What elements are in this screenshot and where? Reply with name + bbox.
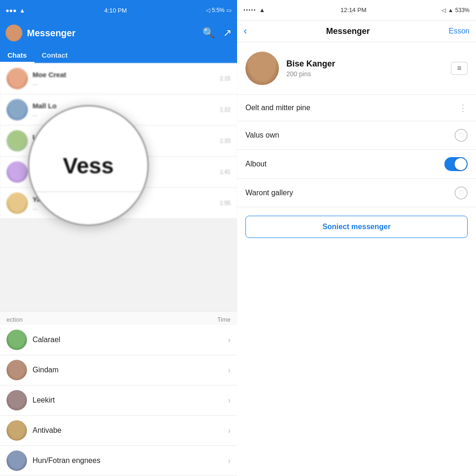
time-right: 12:14 PM — [341, 7, 367, 13]
profile-pins: 200 pins — [286, 70, 443, 78]
magnifier-text: Vess — [63, 153, 113, 178]
chat-name-2: Mall Lo — [33, 102, 215, 110]
settings-label-2: Valus own — [245, 131, 279, 139]
header-title-group: Messenger — [6, 25, 76, 41]
contact-avatar-4 — [7, 420, 27, 441]
section-label: ection — [7, 316, 23, 323]
chat-info-1: Moe Creat ... — [33, 71, 215, 86]
contact-name-3: Leekirt — [33, 396, 222, 404]
status-left-info: ●●● ▲ — [6, 7, 25, 14]
contact-avatar-3 — [7, 390, 27, 410]
tab-chats[interactable]: Chats — [0, 48, 34, 63]
status-right-info-left: ◁ 5:5% ▭ — [206, 7, 231, 13]
chat-time-5: 1:55 — [220, 200, 231, 206]
status-right-info-right: ◁ ▲ 533% — [442, 7, 469, 13]
settings-row-2[interactable]: Valus own ♡ — [237, 121, 476, 150]
chat-avatar-4 — [7, 161, 28, 183]
heart-icon-2: ♡ — [455, 129, 468, 142]
signal-icon: ●●● — [6, 7, 17, 14]
chat-time-1: 1:15 — [220, 75, 231, 82]
contact-item-4[interactable]: Antivabe › — [0, 416, 237, 446]
chat-item[interactable]: Moe Creat ... 1:15 — [0, 63, 237, 94]
avatar-header-left — [6, 25, 22, 41]
chat-avatar-1 — [7, 68, 28, 89]
magnifier-overlay: Vess — [28, 105, 149, 226]
chevron-icon-1: › — [228, 335, 231, 345]
action-button[interactable]: Soniect messenger — [245, 216, 468, 238]
back-button[interactable]: ‹ — [244, 25, 247, 37]
chat-avatar-2 — [7, 99, 28, 120]
avatar-face — [6, 25, 22, 41]
status-bar-right: ••••• ▲ 12:14 PM ◁ ▲ 533% — [237, 0, 476, 20]
chat-time-2: 1:22 — [220, 106, 231, 113]
app-title-left: Messenger — [27, 28, 76, 39]
chevron-icon-4: › — [228, 426, 231, 436]
settings-label-3: Albout — [245, 160, 266, 168]
three-dots-icon-1: ⋮ — [458, 102, 468, 113]
chat-avatar-3 — [7, 130, 28, 152]
battery-label-left: 5:5% — [212, 7, 225, 13]
contact-avatar-2 — [7, 360, 27, 380]
settings-right-2: ♡ — [455, 129, 468, 142]
settings-row-1[interactable]: Oelt and mitter pine ⋮ — [237, 95, 476, 121]
chevron-icon-3: › — [228, 396, 231, 405]
settings-label-4: Waront gallery — [245, 189, 293, 197]
profile-menu-button[interactable]: ≡ — [451, 62, 468, 75]
contact-item-3[interactable]: Leekirt › — [0, 385, 237, 416]
chat-name-1: Moe Creat — [33, 71, 215, 79]
magnifier-line — [29, 192, 147, 192]
search-icon-left[interactable]: 🔍 — [202, 27, 215, 39]
chat-time-3: 1:33 — [220, 138, 231, 144]
location-icon-left: ◁ — [206, 7, 210, 13]
app-title-right: Messenger — [326, 26, 370, 36]
chevron-icon-2: › — [228, 365, 231, 375]
settings-right-4: ♡ — [455, 186, 468, 199]
battery-icon-left: ▭ — [226, 7, 231, 13]
location-icon-right: ◁ — [442, 7, 446, 13]
profile-section: Bise Kanger 200 pins ≡ — [237, 42, 476, 95]
settings-label-1: Oelt and mitter pine — [245, 104, 311, 112]
bottom-section: ection Time Calarael › Gindam › Leekirt … — [0, 311, 237, 476]
status-bar-left: ●●● ▲ 4:10 PM ◁ 5:5% ▭ — [0, 0, 237, 20]
toggle-albout[interactable] — [444, 157, 468, 171]
settings-right-1: ⋮ — [458, 102, 468, 113]
contact-name-1: Calarael — [33, 336, 222, 344]
right-panel: ••••• ▲ 12:14 PM ◁ ▲ 533% ‹ Messenger Es… — [237, 0, 476, 476]
chevron-icon-5: › — [228, 456, 231, 466]
chat-preview-1: ... — [33, 79, 215, 86]
contact-item-5[interactable]: Hun/Fotran engnees › — [0, 446, 237, 476]
contact-item-2[interactable]: Gindam › — [0, 355, 237, 385]
settings-row-3[interactable]: Albout — [237, 150, 476, 179]
contact-name-5: Hun/Fotran engnees — [33, 456, 222, 465]
left-panel: ●●● ▲ 4:10 PM ◁ 5:5% ▭ Messenger 🔍 ↗ Cha… — [0, 0, 237, 476]
bottom-section-header: ection Time — [0, 311, 237, 325]
settings-right-3 — [444, 157, 468, 171]
compose-icon-left[interactable]: ↗ — [223, 27, 231, 39]
profile-name: Bise Kanger — [286, 59, 443, 69]
chat-list: Moe Creat ... 1:15 Mall Lo ... 1:22 Lifo… — [0, 63, 237, 311]
contact-name-4: Antivabe — [33, 426, 222, 435]
wifi-icon-left: ▲ — [20, 7, 26, 14]
contact-name-2: Gindam — [33, 366, 222, 374]
status-dots-group: ••••• ▲ — [244, 7, 265, 13]
heart-icon-4: ♡ — [455, 186, 468, 199]
contact-avatar-1 — [7, 330, 27, 350]
header-icons-left: 🔍 ↗ — [202, 27, 231, 39]
signal-icon-right: ▲ — [448, 7, 453, 13]
time-column-label: Time — [218, 316, 231, 323]
contact-avatar-5 — [7, 450, 27, 471]
wifi-icon-right: ▲ — [259, 7, 265, 13]
time-left: 4:10 PM — [104, 7, 126, 14]
action-label-right[interactable]: Esson — [449, 27, 469, 35]
signal-dots-right: ••••• — [244, 7, 257, 13]
profile-info: Bise Kanger 200 pins — [286, 59, 443, 78]
header-left: Messenger 🔍 ↗ — [0, 20, 237, 46]
tab-contact[interactable]: Contact — [34, 48, 75, 63]
settings-row-4[interactable]: Waront gallery ♡ — [237, 179, 476, 207]
profile-avatar — [245, 52, 279, 85]
contact-item-1[interactable]: Calarael › — [0, 325, 237, 355]
chat-time-4: 1:41 — [220, 169, 231, 175]
chat-avatar-5 — [7, 192, 28, 214]
header-right: ‹ Messenger Esson — [237, 20, 476, 42]
battery-right: 533% — [455, 7, 469, 13]
